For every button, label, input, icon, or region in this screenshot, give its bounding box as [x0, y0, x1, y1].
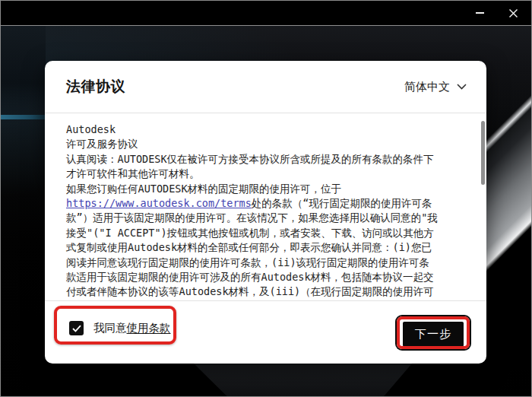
scrollbar-thumb[interactable] — [481, 121, 485, 185]
agreement-line: Autodesk — [66, 122, 468, 137]
page-title: 法律协议 — [66, 77, 125, 97]
agree-label-text: 我同意 — [93, 322, 127, 334]
terms-link[interactable]: https://www.autodesk.com/terms — [66, 197, 252, 209]
agreement-line: 如果您订购任何AUTODESK材料的固定期限的使用许可，位于 — [66, 182, 468, 196]
legal-agreement-dialog: 法律协议 简体中文 Autodesk许可及服务协议认真阅读：AUTODESK仅在… — [45, 61, 486, 364]
background-teal-streak — [1, 115, 46, 119]
minimize-button[interactable] — [469, 4, 490, 22]
footer-divider — [45, 300, 486, 301]
background-navy-left — [1, 26, 46, 122]
agreement-line: 款适用于该固定期限的使用许可涉及的所有Autodesk材料，包括随本协议一起交 — [66, 270, 468, 284]
agree-checkbox-label: 我同意使用条款 — [93, 321, 171, 335]
minimize-icon — [476, 12, 484, 14]
terms-of-use-link[interactable]: 使用条款 — [127, 322, 171, 334]
installer-window: 法律协议 简体中文 Autodesk许可及服务协议认真阅读：AUTODESK仅在… — [0, 0, 532, 397]
agree-checkbox[interactable] — [69, 321, 84, 335]
close-icon — [508, 8, 518, 18]
agreement-line: 许可及服务协议 — [66, 137, 468, 151]
agreement-line: 付或者伴随本协议的该等Autodesk材料，及(iii)（在现行固定期限的使用许… — [66, 284, 468, 299]
agreement-line: 认真阅读：AUTODESK仅在被许可方接受本协议所含或所提及的所有条款的条件下 — [66, 152, 468, 167]
chevron-down-icon — [457, 84, 467, 90]
agree-checkbox-row[interactable]: 我同意使用条款 — [69, 321, 171, 335]
titlebar — [1, 1, 531, 25]
background-facet-bottom — [157, 364, 423, 397]
agreement-line: 接受"("I ACCEPT")按钮或其他按钮或机制，或者安装、下载、访问或以其他… — [66, 226, 468, 240]
agreement-line: 才许可软件和其他许可材料。 — [66, 167, 468, 181]
close-button[interactable] — [502, 4, 524, 22]
language-selector[interactable]: 简体中文 — [404, 80, 467, 94]
dialog-header: 法律协议 简体中文 — [45, 61, 486, 113]
next-button[interactable]: 下一步 — [403, 322, 464, 347]
agreement-line: 式复制或使用Autodesk材料的全部或任何部分，即表示您确认并同意：(i)您已 — [66, 240, 468, 255]
agreement-line: 款”）适用于该固定期限的使用许可。在该情况下，如果您选择用以确认同意的"我 — [66, 211, 468, 225]
agreement-text: Autodesk许可及服务协议认真阅读：AUTODESK仅在被许可方接受本协议所… — [45, 113, 486, 300]
checkmark-icon — [72, 325, 81, 332]
agreement-line: 阅读并同意该现行固定期限的使用许可条款，(ii)该现行固定期限的使用许可条 — [66, 256, 468, 270]
agreement-line: https://www.autodesk.com/terms处的条款（“现行固定… — [66, 196, 468, 211]
language-selector-label: 简体中文 — [404, 80, 450, 94]
